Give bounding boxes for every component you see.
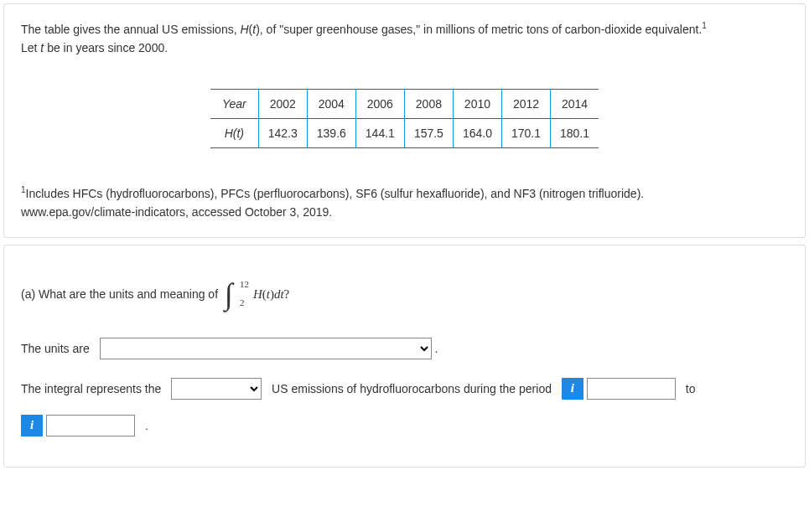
integral-expression: ∫ 12 2 H(t)dt? bbox=[225, 279, 289, 309]
table-cell: 139.6 bbox=[307, 119, 355, 148]
intro-func: H bbox=[240, 23, 248, 36]
meaning-to: to bbox=[686, 380, 696, 398]
meaning-period: . bbox=[145, 416, 148, 435]
question-a-row: (a) What are the units and meaning of ∫ … bbox=[21, 279, 788, 309]
units-row: The units are . bbox=[21, 338, 788, 359]
intro-line1-a: The table gives the annual US emissions, bbox=[21, 23, 240, 36]
footnote-text1: Includes HFCs (hydrofluorocarbons), PFCs… bbox=[26, 187, 645, 200]
footnote: 1Includes HFCs (hydrofluorocarbons), PFC… bbox=[21, 183, 788, 221]
table-row: Year 2002 2004 2006 2008 2010 2012 2014 bbox=[210, 90, 599, 119]
meaning-row-2: i . bbox=[21, 415, 788, 436]
period-start-input[interactable] bbox=[587, 378, 676, 400]
info-icon[interactable]: i bbox=[562, 378, 583, 400]
table-cell: 144.1 bbox=[355, 119, 404, 148]
integrand: H(t)dt? bbox=[253, 284, 289, 304]
row-label-ht: H(t) bbox=[210, 119, 258, 148]
data-table-wrap: Year 2002 2004 2006 2008 2010 2012 2014 … bbox=[21, 89, 788, 148]
question-card: (a) What are the units and meaning of ∫ … bbox=[3, 245, 806, 467]
question-a-label: (a) What are the units and meaning of bbox=[21, 285, 218, 303]
intro-line1-b: , of "super greenhouse gases," in millio… bbox=[260, 23, 702, 36]
period-end-input[interactable] bbox=[46, 415, 135, 436]
table-cell: 157.5 bbox=[404, 119, 453, 148]
meaning-row: The integral represents the US emissions… bbox=[21, 378, 788, 400]
integral-upper: 12 bbox=[240, 277, 249, 292]
row-label-year: Year bbox=[210, 90, 258, 119]
meaning-label-a: The integral represents the bbox=[21, 380, 161, 398]
intro-sup: 1 bbox=[702, 21, 707, 30]
units-period: . bbox=[435, 339, 438, 358]
units-label: The units are bbox=[21, 339, 90, 358]
table-cell: 142.3 bbox=[258, 119, 307, 148]
intro-line2-b: be in years since 2000. bbox=[44, 41, 168, 54]
table-cell: 164.0 bbox=[453, 119, 501, 148]
intro-line2-a: Let bbox=[21, 41, 40, 54]
units-select[interactable] bbox=[100, 338, 432, 359]
data-table: Year 2002 2004 2006 2008 2010 2012 2014 … bbox=[210, 89, 599, 148]
table-row: H(t) 142.3 139.6 144.1 157.5 164.0 170.1… bbox=[210, 119, 599, 148]
problem-statement-card: The table gives the annual US emissions,… bbox=[3, 3, 806, 238]
table-cell: 2014 bbox=[551, 90, 599, 119]
table-cell: 2012 bbox=[501, 90, 550, 119]
integral-icon: ∫ bbox=[225, 279, 233, 309]
table-cell: 2006 bbox=[355, 90, 404, 119]
info-icon[interactable]: i bbox=[21, 415, 43, 436]
table-cell: 2002 bbox=[258, 90, 307, 119]
table-cell: 2010 bbox=[453, 90, 501, 119]
integral-lower: 2 bbox=[240, 296, 245, 311]
table-cell: 170.1 bbox=[501, 119, 550, 148]
intro-text: The table gives the annual US emissions,… bbox=[21, 19, 788, 57]
table-cell: 2008 bbox=[404, 90, 453, 119]
meaning-mid-text: US emissions of hydrofluorocarbons durin… bbox=[272, 380, 552, 398]
table-cell: 2004 bbox=[307, 90, 355, 119]
meaning-select[interactable] bbox=[171, 378, 262, 400]
table-cell: 180.1 bbox=[551, 119, 599, 148]
footnote-text2: www.epa.gov/climate-indicators, accessed… bbox=[21, 205, 332, 219]
